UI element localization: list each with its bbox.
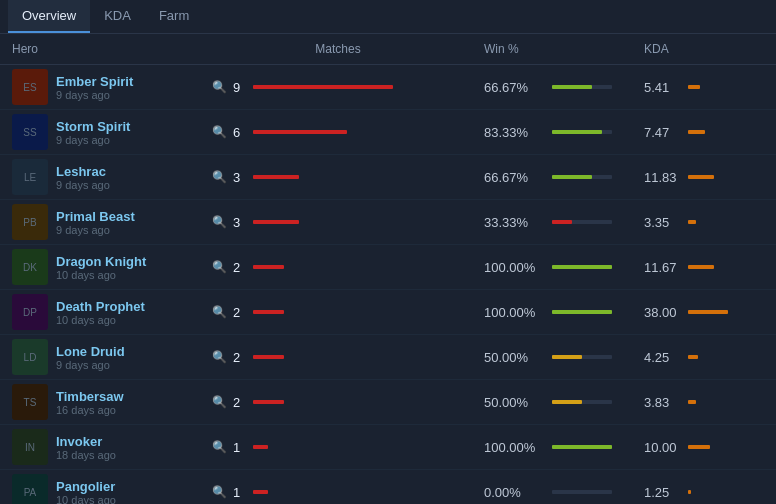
- tab-overview[interactable]: Overview: [8, 0, 90, 33]
- hero-cell: TS Timbersaw 16 days ago: [12, 384, 212, 420]
- win-cell: 33.33%: [464, 215, 644, 230]
- hero-info: Storm Spirit 9 days ago: [56, 119, 130, 146]
- kda-bar-container: [688, 130, 728, 134]
- match-bar-container: [253, 85, 464, 89]
- win-cell: 100.00%: [464, 440, 644, 455]
- win-cell: 83.33%: [464, 125, 644, 140]
- search-icon[interactable]: 🔍: [212, 350, 227, 364]
- match-bar-container: [253, 220, 464, 224]
- search-icon[interactable]: 🔍: [212, 395, 227, 409]
- hero-info: Dragon Knight 10 days ago: [56, 254, 146, 281]
- hero-name: Ember Spirit: [56, 74, 133, 89]
- tab-farm[interactable]: Farm: [145, 0, 203, 33]
- table-row: IN Invoker 18 days ago 🔍 1 100.00% 10.00: [0, 425, 776, 470]
- win-bar-container: [552, 220, 612, 224]
- win-cell: 50.00%: [464, 395, 644, 410]
- hero-cell: LE Leshrac 9 days ago: [12, 159, 212, 195]
- hero-name: Lone Druid: [56, 344, 125, 359]
- match-bar: [253, 130, 347, 134]
- kda-value: 4.25: [644, 350, 680, 365]
- hero-cell: DP Death Prophet 10 days ago: [12, 294, 212, 330]
- hero-cell: DK Dragon Knight 10 days ago: [12, 249, 212, 285]
- table-row: SS Storm Spirit 9 days ago 🔍 6 83.33% 7.…: [0, 110, 776, 155]
- match-bar-container: [253, 130, 464, 134]
- win-pct: 33.33%: [484, 215, 544, 230]
- tab-kda[interactable]: KDA: [90, 0, 145, 33]
- avatar: TS: [12, 384, 48, 420]
- match-bar-container: [253, 445, 464, 449]
- kda-cell: 11.83: [644, 170, 764, 185]
- matches-cell: 🔍 2: [212, 395, 464, 410]
- kda-bar-container: [688, 265, 728, 269]
- match-bar: [253, 490, 268, 494]
- hero-date: 9 days ago: [56, 179, 110, 191]
- col-matches-header: Matches: [212, 42, 464, 56]
- search-icon[interactable]: 🔍: [212, 485, 227, 499]
- match-bar: [253, 220, 299, 224]
- table-body: ES Ember Spirit 9 days ago 🔍 9 66.67% 5.…: [0, 65, 776, 504]
- kda-value: 3.83: [644, 395, 680, 410]
- search-icon[interactable]: 🔍: [212, 170, 227, 184]
- search-icon[interactable]: 🔍: [212, 215, 227, 229]
- hero-date: 10 days ago: [56, 494, 116, 505]
- match-number: 6: [233, 125, 247, 140]
- match-number: 2: [233, 395, 247, 410]
- hero-name: Pangolier: [56, 479, 116, 494]
- match-number: 9: [233, 80, 247, 95]
- kda-cell: 7.47: [644, 125, 764, 140]
- win-pct: 100.00%: [484, 440, 544, 455]
- kda-bar-container: [688, 175, 728, 179]
- win-pct: 66.67%: [484, 80, 544, 95]
- hero-info: Invoker 18 days ago: [56, 434, 116, 461]
- match-bar: [253, 400, 284, 404]
- search-icon[interactable]: 🔍: [212, 260, 227, 274]
- match-number: 3: [233, 215, 247, 230]
- win-cell: 100.00%: [464, 305, 644, 320]
- kda-bar-container: [688, 355, 728, 359]
- hero-name: Timbersaw: [56, 389, 124, 404]
- match-bar-container: [253, 400, 464, 404]
- match-number: 1: [233, 440, 247, 455]
- kda-bar: [688, 265, 714, 269]
- search-icon[interactable]: 🔍: [212, 440, 227, 454]
- table-row: PA Pangolier 10 days ago 🔍 1 0.00% 1.25: [0, 470, 776, 504]
- table-row: LD Lone Druid 9 days ago 🔍 2 50.00% 4.25: [0, 335, 776, 380]
- hero-date: 10 days ago: [56, 269, 146, 281]
- kda-cell: 5.41: [644, 80, 764, 95]
- kda-value: 3.35: [644, 215, 680, 230]
- table-container: Hero Matches Win % KDA ES Ember Spirit 9…: [0, 34, 776, 504]
- match-bar: [253, 445, 268, 449]
- hero-name: Storm Spirit: [56, 119, 130, 134]
- win-bar-container: [552, 445, 612, 449]
- hero-info: Timbersaw 16 days ago: [56, 389, 124, 416]
- kda-value: 10.00: [644, 440, 680, 455]
- match-bar: [253, 310, 284, 314]
- search-icon[interactable]: 🔍: [212, 305, 227, 319]
- kda-value: 5.41: [644, 80, 680, 95]
- hero-cell: LD Lone Druid 9 days ago: [12, 339, 212, 375]
- search-icon[interactable]: 🔍: [212, 125, 227, 139]
- win-bar: [552, 355, 582, 359]
- win-bar-container: [552, 310, 612, 314]
- match-bar-container: [253, 490, 464, 494]
- win-pct: 100.00%: [484, 305, 544, 320]
- match-number: 2: [233, 305, 247, 320]
- win-pct: 83.33%: [484, 125, 544, 140]
- kda-bar: [688, 355, 698, 359]
- hero-name: Primal Beast: [56, 209, 135, 224]
- match-bar-container: [253, 175, 464, 179]
- hero-info: Lone Druid 9 days ago: [56, 344, 125, 371]
- win-pct: 50.00%: [484, 350, 544, 365]
- kda-bar-container: [688, 445, 728, 449]
- win-bar-container: [552, 85, 612, 89]
- match-number: 2: [233, 350, 247, 365]
- avatar: ES: [12, 69, 48, 105]
- avatar: SS: [12, 114, 48, 150]
- win-bar: [552, 85, 592, 89]
- win-cell: 50.00%: [464, 350, 644, 365]
- table-row: PB Primal Beast 9 days ago 🔍 3 33.33% 3.…: [0, 200, 776, 245]
- kda-cell: 11.67: [644, 260, 764, 275]
- search-icon[interactable]: 🔍: [212, 80, 227, 94]
- hero-info: Ember Spirit 9 days ago: [56, 74, 133, 101]
- hero-date: 18 days ago: [56, 449, 116, 461]
